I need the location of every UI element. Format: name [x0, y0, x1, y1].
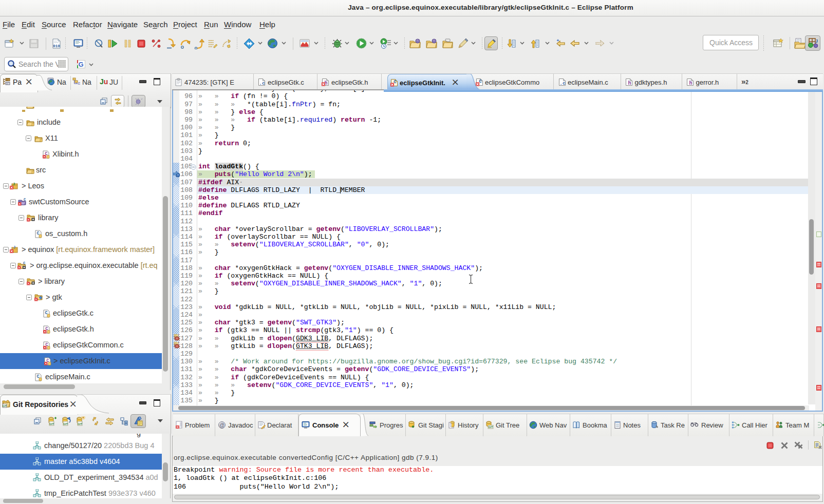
- svg-text:@: @: [219, 422, 224, 428]
- svg-text:C: C: [24, 198, 26, 202]
- svg-text:.c: .c: [259, 81, 265, 86]
- svg-text:.c: .c: [559, 81, 566, 86]
- svg-text:h: h: [628, 81, 631, 86]
- svg-text:GIT: GIT: [63, 422, 68, 425]
- svg-text:GIT: GIT: [488, 425, 493, 429]
- svg-text:GIT: GIT: [49, 422, 54, 425]
- svg-text:C: C: [394, 80, 397, 85]
- svg-text:J: J: [13, 182, 15, 186]
- svg-text:GIT: GIT: [78, 422, 83, 425]
- svg-text:GIT: GIT: [3, 404, 7, 408]
- svg-text:010: 010: [53, 44, 60, 48]
- svg-text:J: J: [815, 38, 818, 44]
- svg-text:J: J: [13, 245, 15, 249]
- svg-text:C: C: [23, 261, 25, 265]
- svg-text:h: h: [689, 81, 692, 86]
